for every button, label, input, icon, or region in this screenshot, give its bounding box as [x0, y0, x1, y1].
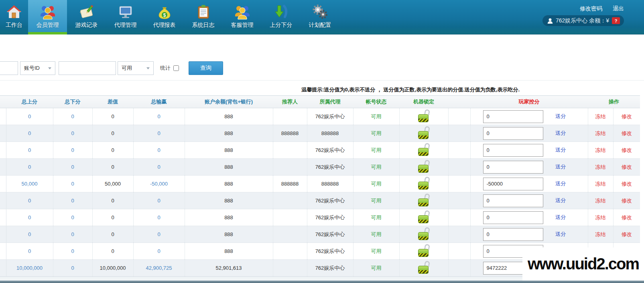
- nav-item-计划配置[interactable]: 计划配置: [301, 0, 339, 34]
- send-points-link[interactable]: 送分: [555, 130, 566, 136]
- send-points-link[interactable]: 送分: [555, 231, 566, 237]
- agent-cell: 762娱乐中心: [307, 243, 353, 260]
- column-header-account-status: 帐号状态: [353, 96, 399, 108]
- nav-item-工作台[interactable]: 工作台: [0, 0, 28, 34]
- edit-cell: 修改: [613, 176, 640, 192]
- plan-config-icon: [312, 4, 329, 20]
- control-points-input[interactable]: [483, 127, 543, 140]
- table-row: 0 0 0 0 888 762娱乐中心 可用 送分 冻结 修改: [0, 209, 640, 226]
- user-balance-pill[interactable]: 762娱乐中心 余额：¥ ?: [542, 15, 624, 26]
- stat-checkbox[interactable]: [173, 65, 179, 71]
- row-spacer-cell: [0, 260, 6, 277]
- row-spacer-cell: [0, 142, 6, 159]
- edit-link[interactable]: 修改: [622, 130, 632, 136]
- send-points-link[interactable]: 送分: [555, 180, 566, 186]
- total-up-cell: 0: [6, 226, 53, 243]
- unlock-icon[interactable]: [418, 210, 430, 223]
- unlock-icon[interactable]: [418, 143, 430, 156]
- edit-link[interactable]: 修改: [622, 164, 632, 170]
- unlock-icon[interactable]: [418, 194, 430, 206]
- nav-item-代理管理[interactable]: 代理管理: [106, 0, 145, 34]
- referrer-cell: [273, 260, 307, 277]
- send-points-link[interactable]: 送分: [555, 214, 566, 220]
- edit-link[interactable]: 修改: [622, 181, 632, 187]
- control-points-input[interactable]: [483, 161, 543, 174]
- account-status-cell: 可用: [353, 226, 399, 243]
- column-header-total-down: 总下分: [53, 96, 92, 108]
- notice-row: 温馨提示:送分值为0,表示不送分 ， 送分值为正数,表示为要送出的分值.送分值为…: [0, 81, 644, 95]
- machine-lock-cell: [399, 226, 448, 243]
- total-up-cell: 50,000: [6, 176, 53, 192]
- referrer-cell: [273, 226, 307, 243]
- filter-bar: 账号ID 可用 统计 查询: [0, 56, 644, 80]
- freeze-link[interactable]: 冻结: [595, 198, 606, 204]
- edit-link[interactable]: 修改: [622, 147, 632, 153]
- notice-text: 温馨提示:送分值为0,表示不送分 ， 送分值为正数,表示为要送出的分值.送分值为…: [0, 86, 640, 93]
- unlock-icon[interactable]: [418, 109, 430, 122]
- freeze-link[interactable]: 冻结: [595, 181, 606, 187]
- status-select[interactable]: 可用: [118, 61, 154, 75]
- referrer-cell: [273, 142, 307, 159]
- freeze-link[interactable]: 冻结: [595, 147, 606, 153]
- balance-badge: ?: [612, 17, 620, 24]
- top-navigation-bar: 工作台 会员管理 游戏记录 代理管理 $ 代理报表 系统日志 客服管理 上分下分…: [0, 0, 644, 34]
- row-spacer-cell: [448, 125, 470, 142]
- nav-item-代理报表[interactable]: $ 代理报表: [145, 0, 184, 34]
- status-selected: 可用: [122, 65, 132, 72]
- unlock-icon[interactable]: [418, 160, 430, 173]
- send-points-link[interactable]: 送分: [555, 147, 566, 153]
- logout-link[interactable]: 退出: [613, 5, 624, 12]
- row-spacer-cell: [0, 192, 6, 209]
- freeze-cell: 冻结: [588, 108, 613, 125]
- query-button[interactable]: 查询: [189, 61, 223, 75]
- nav-item-会员管理[interactable]: 会员管理: [28, 0, 67, 34]
- account-status-cell: 可用: [353, 209, 399, 226]
- machine-lock-cell: [399, 243, 448, 260]
- keyword-input[interactable]: [59, 61, 116, 75]
- freeze-link[interactable]: 冻结: [595, 214, 606, 220]
- nav-item-系统日志[interactable]: 系统日志: [184, 0, 223, 34]
- total-down-cell: 0: [53, 192, 92, 209]
- send-points-link[interactable]: 送分: [555, 197, 566, 203]
- control-points-input[interactable]: [483, 211, 543, 224]
- search-field-select[interactable]: 账号ID: [20, 61, 55, 75]
- account-status-cell: 可用: [353, 142, 399, 159]
- nav-item-label: 会员管理: [37, 22, 59, 29]
- column-header-agent: 所属代理: [307, 96, 353, 108]
- edit-link[interactable]: 修改: [622, 198, 632, 204]
- row-spacer-cell: [448, 142, 470, 159]
- row-spacer-cell: [448, 176, 470, 192]
- freeze-link[interactable]: 冻结: [595, 231, 606, 237]
- send-points-link[interactable]: 送分: [555, 164, 566, 170]
- agent-cell: 762娱乐中心: [307, 226, 353, 243]
- cutoff-input[interactable]: [0, 61, 18, 75]
- game-records-icon: [78, 4, 95, 20]
- nav-item-上分下分[interactable]: 上分下分: [262, 0, 301, 34]
- diff-cell: 0: [92, 125, 133, 142]
- machine-lock-cell: [399, 260, 448, 277]
- control-points-input[interactable]: [483, 144, 543, 157]
- control-points-input[interactable]: [483, 194, 543, 207]
- freeze-link[interactable]: 冻结: [595, 164, 606, 170]
- unlock-icon[interactable]: [418, 227, 430, 240]
- freeze-link[interactable]: 冻结: [595, 113, 606, 119]
- control-points-input[interactable]: [483, 110, 543, 123]
- nav-item-客服管理[interactable]: 客服管理: [223, 0, 262, 34]
- freeze-link[interactable]: 冻结: [595, 130, 606, 136]
- control-points-input[interactable]: [483, 178, 543, 190]
- unlock-icon[interactable]: [418, 126, 430, 139]
- row-spacer-cell: [448, 243, 470, 260]
- edit-link[interactable]: 修改: [622, 214, 632, 220]
- unlock-icon[interactable]: [418, 244, 430, 257]
- edit-link[interactable]: 修改: [622, 113, 632, 119]
- topbar-right: 修改密码 退出 762娱乐中心 余额：¥ ?: [542, 0, 644, 34]
- edit-link[interactable]: 修改: [622, 231, 632, 237]
- edit-cell: 修改: [613, 159, 640, 176]
- change-password-link[interactable]: 修改密码: [580, 5, 602, 12]
- unlock-icon[interactable]: [418, 261, 430, 274]
- send-points-link[interactable]: 送分: [555, 113, 566, 119]
- total-up-cell: 0: [6, 142, 53, 159]
- nav-item-游戏记录[interactable]: 游戏记录: [67, 0, 106, 34]
- control-points-input[interactable]: [483, 228, 543, 241]
- unlock-icon[interactable]: [418, 177, 430, 190]
